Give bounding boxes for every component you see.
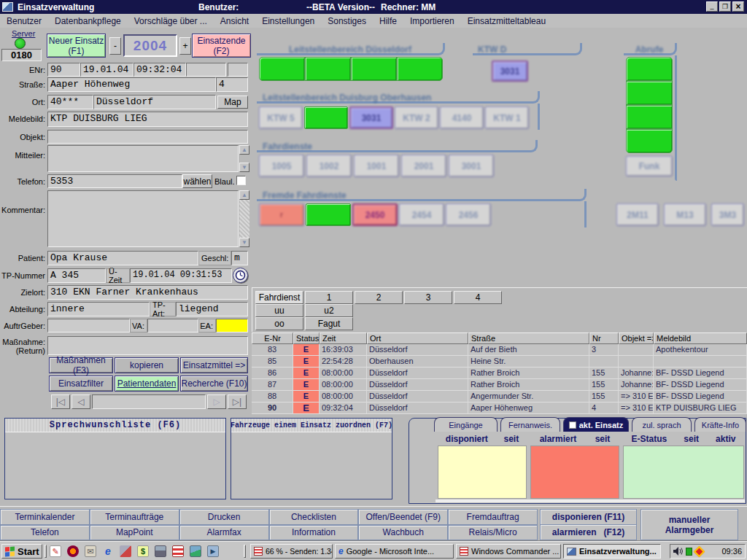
recherche-button[interactable]: Recherche (F10)	[180, 376, 248, 392]
col-header-zeit[interactable]: Zeit	[320, 332, 367, 344]
task-windows-commander[interactable]: Windows Commander ...	[456, 544, 561, 559]
tab-3[interactable]: 3	[404, 291, 452, 304]
nav-prev-button[interactable]: ◁	[71, 394, 90, 409]
plz-field[interactable]: 40***	[47, 95, 93, 109]
board-du-button-3[interactable]: 3031	[349, 106, 393, 129]
status-green-icon[interactable]	[686, 548, 692, 556]
menu-ansicht[interactable]: Ansicht	[214, 16, 255, 26]
board-fremd-button-3[interactable]: 2450	[352, 203, 398, 226]
sprechwunschliste-header[interactable]: Sprechwunschliste (F6)	[5, 419, 225, 432]
wachbuch-button[interactable]: Wachbuch	[358, 525, 448, 541]
sub-button-fagut[interactable]: Fagut	[305, 317, 353, 330]
mitteiler-scroll-down-icon[interactable]: ▼	[239, 163, 249, 172]
tray-clock[interactable]: 09:36	[721, 547, 742, 556]
tab-fahrdienst[interactable]: Fahrdienst	[255, 291, 303, 304]
tab-fernanweis[interactable]: Fernanweis.	[500, 417, 560, 432]
mitteiler-field[interactable]	[47, 145, 239, 172]
uezeit-field[interactable]: 19.01.04 09:31:53	[130, 268, 232, 283]
menu-einstellungen[interactable]: Einstellungen	[255, 16, 321, 26]
board-button-green-4[interactable]	[397, 57, 443, 81]
massnahme-field[interactable]	[47, 336, 248, 355]
table-row[interactable]: 83	[252, 344, 293, 356]
backup-drive-icon[interactable]	[172, 545, 184, 557]
board-du-button-4[interactable]: KTW 2	[395, 106, 438, 129]
board-right-gray-button[interactable]: Funk	[626, 156, 673, 176]
fremdauftrag-button[interactable]: Fremdauftrag	[448, 509, 538, 525]
board-du-button-2[interactable]	[304, 106, 348, 129]
menu-benutzer[interactable]: Benutzer	[0, 16, 48, 26]
tab-1[interactable]: 1	[305, 291, 353, 304]
ort-field[interactable]: Düsseldorf	[93, 95, 216, 109]
kommentar-scroll-up-icon[interactable]: ▲	[239, 190, 249, 200]
checklisten-button[interactable]: Checklisten	[269, 509, 359, 525]
alarmieren-button[interactable]: alarmieren (F12)	[540, 524, 637, 540]
disponiert-list[interactable]	[438, 446, 527, 499]
mail-icon[interactable]: ✉	[85, 545, 96, 557]
start-button[interactable]: Start	[1, 544, 42, 559]
task-einsatzverwaltung[interactable]: Einsatzverwaltung...	[563, 544, 661, 559]
folder-pen-icon[interactable]	[155, 545, 166, 557]
board-fremd-button-2[interactable]	[306, 203, 351, 226]
table-row-selected[interactable]: 90	[252, 402, 293, 414]
col-header-enr[interactable]: E-Nr	[252, 332, 293, 344]
table-row[interactable]: 88	[252, 391, 293, 402]
new-incident-button[interactable]: Neuer Einsatz (F1)	[47, 34, 106, 58]
objekt-field[interactable]	[47, 130, 248, 144]
tab-kraefte-info[interactable]: Kräfte-Info	[694, 417, 746, 432]
col-header-objekt[interactable]: Objekt =>	[619, 332, 654, 344]
va-field[interactable]	[147, 319, 198, 332]
information-button[interactable]: Information	[269, 525, 359, 541]
task-google-ie[interactable]: e Google - Microsoft Inte...	[335, 544, 454, 559]
geschl-field[interactable]: m	[231, 251, 248, 265]
blaulicht-checkbox[interactable]	[236, 176, 246, 185]
sub-button-u2[interactable]: u2	[305, 304, 353, 317]
board-fahr-button-3[interactable]: 1001	[354, 155, 399, 177]
table-row[interactable]: 85	[252, 356, 293, 368]
drucken-button[interactable]: Drucken	[179, 509, 269, 525]
kommentar-scroll-track[interactable]	[239, 200, 249, 238]
ea-field[interactable]	[216, 319, 248, 332]
task-senden[interactable]: 66 % - Senden: 1.341....	[250, 544, 333, 559]
telefon-button[interactable]: Telefon	[0, 525, 90, 541]
table-row[interactable]: 87	[252, 379, 293, 391]
enr-time-field[interactable]: 09:32:04	[133, 63, 186, 77]
mappoint-button[interactable]: MapPoint	[90, 525, 179, 541]
disponieren-button[interactable]: disponieren (F11)	[540, 509, 637, 525]
hausnr-field[interactable]: 4	[216, 77, 248, 92]
notes-icon[interactable]: ✎	[50, 545, 61, 557]
enr-extra-field[interactable]	[186, 63, 226, 77]
zielort-field[interactable]: 310 EKN Farner Krankenhaus	[47, 285, 248, 300]
image-viewer-icon[interactable]	[190, 545, 201, 557]
menu-importieren[interactable]: Importieren	[403, 16, 461, 26]
year-minus-button[interactable]: -	[109, 37, 121, 55]
board-button-green-3[interactable]	[351, 57, 397, 81]
media-icon[interactable]: ▶	[207, 545, 219, 557]
enr-extra2-field[interactable]	[228, 63, 248, 77]
col-header-strasse[interactable]: Straße	[468, 332, 589, 344]
abteilung-field[interactable]: innere	[47, 302, 150, 316]
board-fremd-right-1[interactable]: 2M11	[616, 203, 659, 226]
board-fremd-right-2[interactable]: M13	[664, 203, 706, 226]
kommentar-scroll-down-icon[interactable]: ▼	[239, 238, 249, 247]
tpart-field[interactable]: liegend	[176, 302, 248, 316]
nav-track[interactable]	[92, 394, 206, 409]
auftraggeber-field[interactable]	[47, 319, 130, 332]
year-plus-button[interactable]: +	[179, 37, 191, 55]
board-fremd-right-3[interactable]: 3M3	[711, 203, 744, 226]
nav-next-button[interactable]: ▷	[207, 394, 226, 409]
alarmfax-button[interactable]: Alarmfax	[179, 525, 269, 541]
mitteiler-scroll-up-icon[interactable]: ▲	[239, 145, 249, 155]
relais-micro-button[interactable]: Relais/Micro	[448, 525, 538, 541]
kommentar-field[interactable]	[47, 190, 239, 247]
massnahmen-button[interactable]: Maßnahmen (F3)	[49, 357, 113, 373]
opera-icon[interactable]	[67, 545, 79, 557]
telefon-field[interactable]: 5353	[47, 174, 182, 188]
fahrzeuge-zuordnen-body[interactable]	[231, 432, 392, 499]
minimize-button[interactable]: _	[706, 1, 718, 12]
tab-2[interactable]: 2	[355, 291, 403, 304]
tab-eingaenge[interactable]: Eingänge	[434, 417, 498, 432]
fahrzeuge-zuordnen-header[interactable]: Fahrzeuge einem Einsatz zuordnen (F7)	[231, 419, 392, 432]
restore-button[interactable]: ❐	[719, 1, 731, 12]
patient-field[interactable]: Opa Krause	[47, 251, 198, 265]
tpnummer-field[interactable]: A 345	[47, 268, 106, 283]
